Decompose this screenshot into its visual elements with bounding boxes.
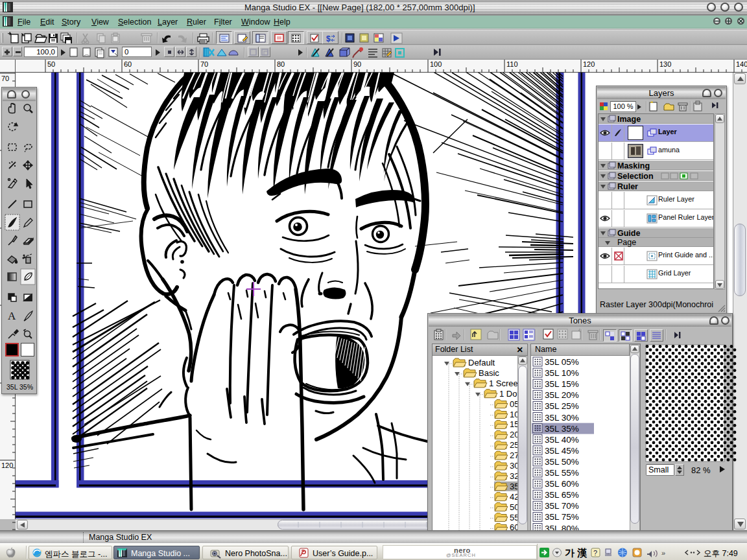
svg-text:1 Dot: 1 Dot	[499, 389, 519, 399]
svg-text:35L 25%: 35L 25%	[545, 401, 579, 411]
svg-text:35L 50%: 35L 50%	[545, 457, 579, 467]
svg-text:35L 10%: 35L 10%	[545, 368, 579, 378]
svg-text:35L 30%: 35L 30%	[545, 413, 579, 423]
svg-text:35L 40%: 35L 40%	[545, 435, 579, 445]
svg-text:35L 45%: 35L 45%	[545, 446, 579, 456]
svg-text:漢: 漢	[577, 547, 587, 558]
svg-text:35L 60%: 35L 60%	[545, 479, 579, 489]
svg-text:100: 100	[430, 60, 442, 68]
svg-text:»: »	[661, 549, 665, 557]
svg-text:130: 130	[659, 60, 671, 68]
svg-text:35L 15%: 35L 15%	[545, 379, 579, 389]
svg-text:80: 80	[277, 60, 285, 68]
svg-text:A: A	[8, 310, 16, 322]
svg-text:35L 55%: 35L 55%	[545, 468, 579, 478]
svg-text:110: 110	[506, 60, 518, 68]
svg-text:35L 20%: 35L 20%	[545, 390, 579, 400]
svg-text:35L 75%: 35L 75%	[545, 512, 579, 522]
svg-text:90: 90	[353, 60, 361, 68]
svg-text:Default: Default	[468, 358, 495, 368]
svg-text:35L 70%: 35L 70%	[545, 501, 579, 511]
svg-text:120: 120	[1, 461, 13, 469]
svg-text:Basic: Basic	[479, 368, 499, 378]
svg-text:70: 70	[200, 60, 208, 68]
svg-text:50: 50	[47, 60, 55, 68]
svg-text:120: 120	[583, 60, 595, 68]
svg-text:?: ?	[593, 549, 597, 557]
svg-text:140: 140	[736, 60, 747, 68]
svg-text:70: 70	[1, 75, 9, 82]
svg-text:35L 35%: 35L 35%	[545, 424, 579, 434]
svg-text:가: 가	[565, 547, 575, 558]
svg-text:35L 65%: 35L 65%	[545, 490, 579, 500]
svg-text:35L 05%: 35L 05%	[545, 357, 579, 367]
svg-text:60: 60	[124, 60, 132, 68]
